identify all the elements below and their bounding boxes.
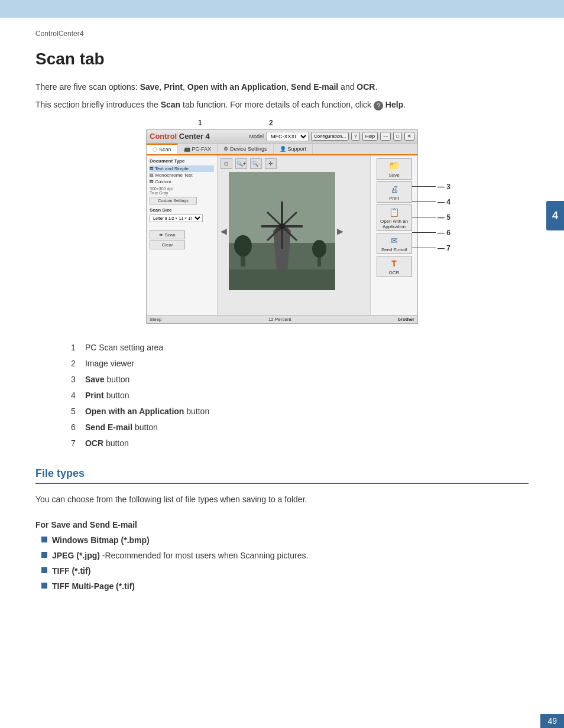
zoom-in-button[interactable]: 🔍+ <box>235 158 247 169</box>
svg-point-17 <box>312 240 326 258</box>
cc4-left-panel: Document Type 🖼 Text and Simple 🖼 Monoch… <box>147 155 218 315</box>
bullet-icon <box>41 552 47 558</box>
ocr-icon: T <box>386 258 403 269</box>
right-arrow[interactable]: ▶ <box>337 226 343 236</box>
ocr-action-button[interactable]: T OCR <box>377 256 412 277</box>
callout-2-label: 2 <box>269 119 273 127</box>
file-type-jpg: JPEG (*.jpg) -Recommended for most users… <box>41 550 529 562</box>
file-types-heading: File types <box>35 467 529 484</box>
zoom-out-button[interactable]: 🔍- <box>250 158 262 169</box>
doc-option-1[interactable]: 🖼 Text and Simple <box>150 165 214 172</box>
chapter-tab: 4 <box>546 201 564 230</box>
email-icon: ✉ <box>386 235 403 246</box>
screenshot: Control Center 4 Model MFC-XXXI Configur… <box>146 129 418 324</box>
list-item-3: 3 Save button <box>71 373 529 386</box>
cc4-right-panel: 📁 Save 🖨 Print 📋 <box>370 155 417 315</box>
file-type-tif: TIFF (*.tif) <box>41 565 529 577</box>
callout-6: — 6 <box>437 229 450 237</box>
cc4-center-panel: ⊡ 🔍+ 🔍- ✛ ◀ <box>218 155 370 315</box>
model-label: Model <box>249 134 264 139</box>
svg-point-13 <box>279 223 285 229</box>
doc-option-3[interactable]: 🖼 Custom <box>150 178 214 185</box>
doc-type-label: Document Type <box>150 158 214 164</box>
file-types-subsection: For Save and Send E-mail <box>35 520 529 529</box>
print-icon: 🖨 <box>386 183 403 195</box>
help-button[interactable]: ? <box>351 132 359 141</box>
page-number: 49 <box>540 714 564 728</box>
file-type-tif-multipage: TIFF Multi-Page (*.tif) <box>41 580 529 593</box>
list-item-6: 6 Send E-mail button <box>71 421 529 434</box>
crop-button[interactable]: ✛ <box>265 158 277 169</box>
screenshot-wrapper: 1 2 Control Center 4 Model MFC-XXXI Conf… <box>146 129 418 324</box>
doc-option-2[interactable]: 🖼 Monochrome Text <box>150 172 214 178</box>
scan-size-label: Scan Size <box>150 207 214 213</box>
callout-7: — 7 <box>437 244 450 252</box>
intro-paragraph-2: This section briefly introduces the Scan… <box>35 98 529 111</box>
tab-scan[interactable]: ⬡ Scan <box>147 144 178 154</box>
app-icon: 📋 <box>386 206 403 218</box>
cc4-header-right: Model MFC-XXXI Configuration... ? Help —… <box>249 132 414 141</box>
cc4-body: Document Type 🖼 Text and Simple 🖼 Monoch… <box>147 155 417 315</box>
status-text: Sleep <box>150 317 161 322</box>
callout-3: — 3 <box>437 183 450 191</box>
file-type-bmp: Windows Bitmap (*.bmp) <box>41 534 529 547</box>
minimize-button[interactable]: — <box>380 132 391 141</box>
configuration-button[interactable]: Configuration... <box>311 132 349 141</box>
model-select[interactable]: MFC-XXXI <box>266 132 309 141</box>
cc4-tabs: ⬡ Scan 📠 PC-FAX ⚙ Device Settings 👤 Supp… <box>147 144 417 155</box>
resolution-text: 300×300 dpiTrue Gray <box>150 187 214 195</box>
bullet-icon <box>41 537 47 542</box>
top-bar <box>0 0 564 18</box>
screenshot-container: 1 2 Control Center 4 Model MFC-XXXI Conf… <box>35 129 529 324</box>
file-types-list: Windows Bitmap (*.bmp) JPEG (*.jpg) -Rec… <box>41 534 529 593</box>
brother-logo: brother <box>398 317 414 322</box>
tab-support[interactable]: 👤 Support <box>274 144 313 154</box>
callout-4: — 4 <box>437 198 450 206</box>
scan-button[interactable]: ⬌ Scan <box>150 230 185 239</box>
svg-point-15 <box>234 235 252 256</box>
save-action-button[interactable]: 📁 Save <box>377 158 412 180</box>
fit-page-button[interactable]: ⊡ <box>221 158 232 169</box>
callout-5: — 5 <box>437 213 450 222</box>
help-text-button[interactable]: Help <box>362 132 378 141</box>
custom-settings-button[interactable]: Custom Settings <box>150 197 197 204</box>
help-icon: ? <box>374 101 383 110</box>
scan-size-select[interactable]: Letter 8 1/2 × 11 × 17 5... <box>150 214 203 222</box>
open-with-app-action-button[interactable]: 📋 Open with an Application <box>377 204 412 231</box>
bullet-icon <box>41 583 47 589</box>
scan-size-section: Scan Size Letter 8 1/2 × 11 × 17 5... <box>150 207 214 222</box>
bullet-icon <box>41 567 47 573</box>
breadcrumb: ControlCenter4 <box>35 30 529 38</box>
close-button[interactable]: ✕ <box>404 132 414 141</box>
list-item-5: 5 Open with an Application button <box>71 405 529 418</box>
cc4-footer: Sleep 12 Percent brother <box>147 315 417 323</box>
list-item-4: 4 Print button <box>71 389 529 402</box>
list-item-7: 7 OCR button <box>71 437 529 450</box>
send-email-action-button[interactable]: ✉ Send E-mail <box>377 233 412 254</box>
tab-pcfax[interactable]: 📠 PC-FAX <box>178 144 218 154</box>
callout-numbers-right: — 3 — 4 — 5 — 6 — 7 <box>412 183 450 252</box>
intro-paragraph-1: There are five scan options: Save, Print… <box>35 80 529 93</box>
cc4-header: Control Center 4 Model MFC-XXXI Configur… <box>147 130 417 144</box>
clear-button[interactable]: Clear <box>150 240 185 249</box>
callout-list: 1 PC Scan setting area 2 Image viewer 3 … <box>71 342 529 450</box>
list-item-2: 2 Image viewer <box>71 358 529 370</box>
file-types-section: File types You can choose from the follo… <box>35 467 529 593</box>
maximize-button[interactable]: □ <box>393 132 402 141</box>
page-title: Scan tab <box>35 50 529 69</box>
image-area <box>229 172 335 290</box>
left-arrow[interactable]: ◀ <box>221 226 227 236</box>
tab-device-settings[interactable]: ⚙ Device Settings <box>218 144 274 154</box>
cc4-toolbar: ⊡ 🔍+ 🔍- ✛ <box>221 158 277 169</box>
cc4-title: Control Center 4 <box>150 132 210 141</box>
page-number-area: 49 <box>540 714 564 728</box>
svg-rect-18 <box>229 269 335 290</box>
file-types-intro: You can choose from the following list o… <box>35 493 529 506</box>
save-icon: 📁 <box>386 160 403 172</box>
percent-text: 12 Percent <box>268 317 291 322</box>
print-action-button[interactable]: 🖨 Print <box>377 181 412 203</box>
list-item-1: 1 PC Scan setting area <box>71 342 529 354</box>
callout-1-label: 1 <box>198 119 202 127</box>
